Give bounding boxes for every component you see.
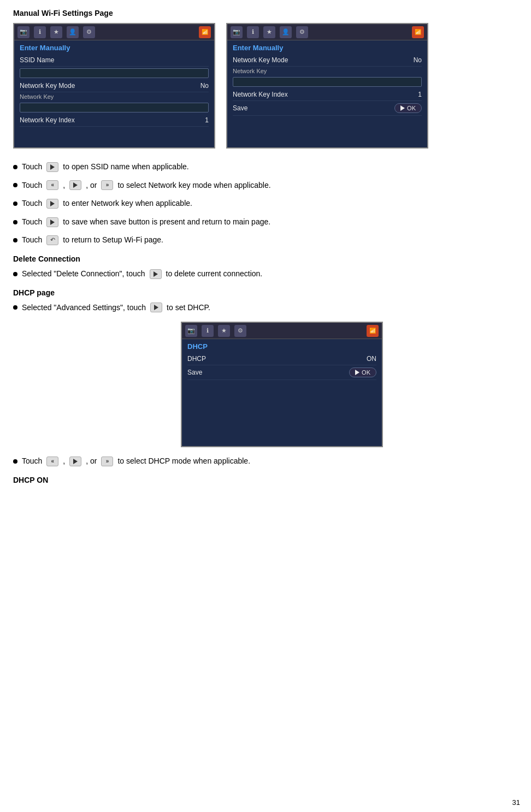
dhcp-header-label: DHCP bbox=[187, 342, 376, 351]
right-network-key-index-row: Network Key Index 1 bbox=[233, 88, 422, 101]
right-toolbar-wifi-icon: 📶 bbox=[412, 26, 424, 38]
dhcp-dbl-left-icon: « bbox=[46, 457, 58, 466]
bullet-dhcp-advanced: Selected "Advanced Settings", touch to s… bbox=[13, 303, 518, 313]
touch-label-3: Touch bbox=[22, 198, 42, 209]
left-ssid-label: SSID Name bbox=[20, 56, 54, 64]
left-ssid-row: SSID Name bbox=[20, 54, 209, 67]
bullet-enter-network-key: Touch to enter Network key when applicab… bbox=[13, 198, 518, 209]
bullet-dot-3 bbox=[13, 201, 17, 206]
bullet-text-2: to select Network key mode when applicab… bbox=[117, 180, 270, 191]
dhcp-play-shape-2 bbox=[73, 459, 78, 464]
dhcp-play-icon bbox=[150, 303, 162, 312]
bullet-open-ssid: Touch to open SSID name when applicable. bbox=[13, 162, 518, 173]
dbl-left-shape: « bbox=[51, 181, 55, 189]
bullet-delete-connection: Selected "Delete Connection", touch to d… bbox=[13, 269, 518, 280]
dhcp-comma-2: , or bbox=[86, 456, 97, 467]
bullet-text-3: to enter Network key when applicable. bbox=[63, 198, 192, 209]
play-shape-3 bbox=[50, 201, 55, 206]
left-network-key-index-value: 1 bbox=[205, 116, 209, 124]
bullet-text-4: to save when save button is present and … bbox=[63, 217, 270, 228]
bullet-select-dhcp-mode: Touch « , , or » to select DHCP mode whe… bbox=[13, 456, 518, 467]
dhcp-play-icon-2 bbox=[69, 457, 81, 466]
bullet-dot-4 bbox=[13, 220, 17, 224]
left-ssid-input[interactable] bbox=[20, 68, 209, 78]
bullet-dot-dhcp bbox=[13, 305, 17, 310]
comma-1: , bbox=[63, 180, 65, 191]
right-network-key-mode-label: Network Key Mode bbox=[233, 56, 288, 64]
dhcp-dbl-right-icon: » bbox=[101, 457, 113, 466]
toolbar-person-icon: 👤 bbox=[67, 26, 79, 38]
page-number: 31 bbox=[512, 798, 520, 807]
left-network-key-mode-row: Network Key Mode No bbox=[20, 80, 209, 92]
touch-label-4: Touch bbox=[22, 217, 42, 228]
left-enter-manually-label: Enter Manually bbox=[20, 44, 209, 52]
touch-label-dhcp: Touch bbox=[22, 456, 42, 467]
right-network-key-mode-value: No bbox=[414, 56, 422, 64]
toolbar-camera-icon: 📷 bbox=[17, 26, 30, 38]
play-icon-1 bbox=[46, 162, 58, 172]
right-enter-manually-label: Enter Manually bbox=[233, 44, 422, 52]
bullet-text-5: to return to Setup Wi-Fi page. bbox=[63, 235, 163, 246]
dbl-left-icon: « bbox=[46, 180, 58, 190]
page-title: Manual Wi-Fi Settings Page bbox=[13, 9, 518, 17]
toolbar-info-icon: ℹ bbox=[34, 26, 46, 38]
dhcp-screen-content: DHCP DHCP ON Save OK bbox=[182, 339, 382, 446]
dhcp-dbl-left-shape: « bbox=[51, 458, 55, 465]
toolbar-star-icon: ★ bbox=[50, 26, 62, 38]
dhcp-page-list: Selected "Advanced Settings", touch to s… bbox=[13, 303, 518, 313]
touch-label-2: Touch bbox=[22, 180, 42, 191]
left-network-key-mode-value: No bbox=[200, 82, 209, 90]
delete-connection-list: Selected "Delete Connection", touch to d… bbox=[13, 269, 518, 280]
dhcp-row-value: ON bbox=[367, 355, 376, 363]
play-shape-1 bbox=[50, 164, 55, 170]
right-toolbar-star-icon: ★ bbox=[263, 26, 275, 38]
right-ok-button[interactable]: OK bbox=[394, 103, 422, 113]
bullet-save: Touch to save when save button is presen… bbox=[13, 217, 518, 228]
right-toolbar-info-icon: ℹ bbox=[247, 26, 259, 38]
left-toolbar: 📷 ℹ ★ 👤 ⚙ 📶 bbox=[14, 24, 214, 40]
left-network-key-input[interactable] bbox=[20, 103, 209, 112]
right-network-key-input[interactable] bbox=[233, 77, 422, 87]
dhcp-ok-play-icon bbox=[355, 370, 359, 375]
dhcp-dbl-right-shape: » bbox=[106, 458, 109, 465]
right-save-label: Save bbox=[233, 104, 247, 112]
dhcp-page-title: DHCP page bbox=[13, 288, 518, 297]
dhcp-row: DHCP ON bbox=[187, 353, 376, 365]
bullet-return-setup: Touch ↶ to return to Setup Wi-Fi page. bbox=[13, 235, 518, 246]
right-network-key-index-label: Network Key Index bbox=[233, 91, 288, 98]
play-icon-3 bbox=[46, 199, 58, 209]
dhcp-toolbar: 📷 ℹ ★ ⚙ 📶 bbox=[182, 323, 382, 339]
dhcp-play-shape bbox=[154, 305, 158, 310]
right-screen-content: Enter Manually Network Key Mode No Netwo… bbox=[227, 40, 427, 147]
dhcp-ok-button[interactable]: OK bbox=[349, 368, 376, 377]
toolbar-gear-icon: ⚙ bbox=[83, 26, 95, 38]
delete-connection-title: Delete Connection bbox=[13, 254, 518, 263]
left-device-screen: 📷 ℹ ★ 👤 ⚙ 📶 Enter Manually SSID Name Net… bbox=[13, 23, 215, 149]
touch-label-1: Touch bbox=[22, 162, 42, 173]
bullet-dot-2 bbox=[13, 183, 17, 187]
dhcp-row-label: DHCP bbox=[187, 355, 206, 363]
right-ok-label: OK bbox=[407, 105, 416, 111]
left-screen-content: Enter Manually SSID Name Network Key Mod… bbox=[14, 40, 214, 147]
delete-connection-suffix: to delete current connection. bbox=[166, 269, 263, 280]
dbl-right-shape: » bbox=[106, 181, 109, 189]
comma-2: , or bbox=[86, 180, 97, 191]
left-network-key-sublabel: Network Key bbox=[20, 92, 209, 101]
delete-connection-text: Selected "Delete Connection", touch bbox=[22, 269, 145, 280]
play-icon-2 bbox=[69, 180, 81, 190]
right-toolbar-camera-icon: 📷 bbox=[231, 26, 243, 38]
delete-play-icon bbox=[150, 269, 162, 279]
dbl-right-icon: » bbox=[101, 180, 113, 190]
dhcp-ok-label: OK bbox=[362, 369, 370, 376]
bullet-dot-5 bbox=[13, 238, 17, 242]
left-network-key-index-label: Network Key Index bbox=[20, 116, 75, 124]
back-arrow-shape: ↶ bbox=[50, 236, 55, 244]
left-network-key-mode-label: Network Key Mode bbox=[20, 82, 75, 90]
play-shape-4 bbox=[50, 220, 55, 225]
bullet-text-dhcp: to select DHCP mode when applicable. bbox=[117, 456, 250, 467]
back-icon: ↶ bbox=[46, 235, 58, 245]
dhcp-toolbar-wifi-icon: 📶 bbox=[367, 325, 379, 337]
dhcp-toolbar-star-icon: ★ bbox=[218, 325, 230, 337]
right-toolbar: 📷 ℹ ★ 👤 ⚙ 📶 bbox=[227, 24, 427, 40]
toolbar-wifi-icon: 📶 bbox=[199, 26, 211, 38]
